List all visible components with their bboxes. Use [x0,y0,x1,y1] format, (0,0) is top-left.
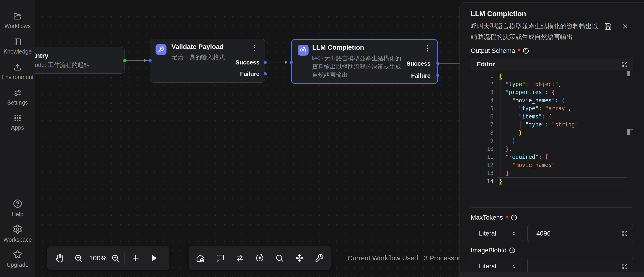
panel-description: 呼叫大型語言模型並產生結構化的資料輸出以輔助流程的決策或生成自然語言輸出 [471,21,600,42]
wrench-icon[interactable] [315,254,324,263]
max-tokens-type-select[interactable]: Literal [470,225,523,242]
success-port[interactable] [436,62,440,65]
save-icon[interactable] [604,22,612,30]
failure-port[interactable] [264,72,267,75]
port-label-failure: Failure [411,72,430,79]
node-config-panel: LLM Completion 呼叫大型語言模型並產生結構化的資料輸出以輔助流程的… [460,2,644,277]
sidebar-item-workflows[interactable]: Workflows [0,12,35,29]
zoom-toolbar: 100% [47,246,170,270]
json-code-editor[interactable]: 1{2 "type": "object",3 "properties": {4 … [470,70,633,207]
zoom-in-icon[interactable] [111,254,120,263]
grid-icon [14,114,22,122]
field-label: MaxTokens [471,214,503,221]
line-number: 6 [470,113,494,121]
search-icon[interactable] [275,254,284,263]
chevron-updown-icon [511,263,517,269]
gear-icon [12,224,22,234]
pan-hand-icon[interactable] [56,254,64,263]
sliders-icon [14,89,22,97]
sidebar: Workflows Knowledge Environment Settings [0,0,35,277]
workflow-usage-text: Current Workflow Used : 3 Processors [348,254,464,262]
editor-title: Editor [476,61,495,68]
llm-cycle-icon [298,45,308,56]
comment-icon[interactable] [216,254,224,263]
sidebar-item-apps[interactable]: Apps [0,114,35,131]
sidebar-item-label: Upgrade [6,262,28,268]
sidebar-item-environment[interactable]: Environment [0,63,35,80]
edge-llm-out [439,63,460,63]
edge-arrow-icon [144,59,147,62]
wrench-icon [156,44,166,55]
zoom-level: 100% [86,254,109,262]
output-schema-label-row: Output Schema * [471,47,529,54]
port-label-failure: Failure [240,70,260,77]
toolbar-divider [124,252,124,265]
close-icon[interactable] [622,23,628,30]
help-circle-icon [12,199,22,209]
book-icon [14,38,22,46]
sidebar-item-knowledge[interactable]: Knowledge [0,38,35,55]
failure-port[interactable] [436,74,440,77]
add-node-icon[interactable] [196,253,205,263]
sidebar-item-help[interactable]: Help [0,199,35,218]
line-number: 3 [470,88,494,97]
node-subtitle: 呼叫大型語言模型並產生結構化的資料輸出以輔助流程的決策或生成自然語言輸出 [312,54,406,79]
line-number: 7 [470,121,494,129]
input-port[interactable] [148,59,152,62]
expand-icon[interactable] [622,61,628,67]
sidebar-item-upgrade[interactable]: Upgrade [0,249,35,268]
transfer-icon[interactable] [235,253,245,263]
field-label: ImageBlobId [471,247,506,254]
expand-icon[interactable] [622,230,628,237]
llm-cycle-icon[interactable] [255,253,264,263]
current-line-highlight [497,177,627,186]
input-port[interactable] [290,61,293,64]
tools-toolbar [188,246,331,270]
input-value: 4096 [536,230,622,237]
node-title: Validate Payload [172,43,224,50]
required-asterisk: * [518,47,520,54]
line-number: 10 [470,145,494,153]
sidebar-item-label: Settings [7,99,28,106]
line-number: 4 [470,97,494,105]
node-title: LLM Completion [312,44,364,51]
node-subtitle: node: 工作流程的起點 [32,61,90,69]
max-tokens-input[interactable]: 4096 [528,225,633,242]
zoom-out-icon[interactable] [74,254,83,263]
edge-arrow-icon [285,61,288,64]
upload-icon [14,63,22,71]
schema-editor: Editor 1{2 "type": "object",3 "propertie… [470,58,633,208]
node-menu-icon[interactable] [424,44,431,53]
editor-scrollbar[interactable] [627,71,630,76]
sidebar-item-workspace[interactable]: Workspace [0,224,35,243]
max-tokens-label-row: MaxTokens * [471,214,518,221]
info-icon[interactable] [522,47,529,54]
expand-icon[interactable] [622,263,628,270]
line-number: 12 [470,161,494,170]
sidebar-item-label: Workspace [4,237,32,243]
info-icon[interactable] [510,214,518,221]
sidebar-item-settings[interactable]: Settings [0,89,35,106]
editor-header: Editor [470,58,633,70]
port-label-success: Success [406,60,430,67]
info-icon[interactable] [509,247,516,254]
panel-bottom-band [460,272,644,277]
overview-ruler-marker [627,129,630,135]
move-diamond-icon[interactable] [295,253,304,263]
line-number: 11 [470,153,494,161]
line-number: 5 [470,105,494,113]
image-blob-label-row: ImageBlobId [471,247,516,254]
sidebar-item-label: Workflows [4,23,31,29]
success-port[interactable] [264,61,267,64]
select-value: Literal [479,230,511,237]
sidebar-item-label: Apps [11,124,24,131]
sidebar-item-label: Help [12,211,23,218]
node-menu-icon[interactable] [251,43,258,52]
line-number: 9 [470,137,494,145]
run-play-icon[interactable] [149,254,158,263]
entry-output-port[interactable] [123,59,126,62]
add-plus-icon[interactable] [131,254,140,263]
node-subtitle: 定義工具的輸入格式 [172,53,225,61]
node-llm-completion[interactable]: LLM Completion 呼叫大型語言模型並產生結構化的資料輸出以輔助流程的… [291,39,438,84]
node-validate-payload[interactable]: Validate Payload 定義工具的輸入格式 Success Failu… [150,39,265,83]
